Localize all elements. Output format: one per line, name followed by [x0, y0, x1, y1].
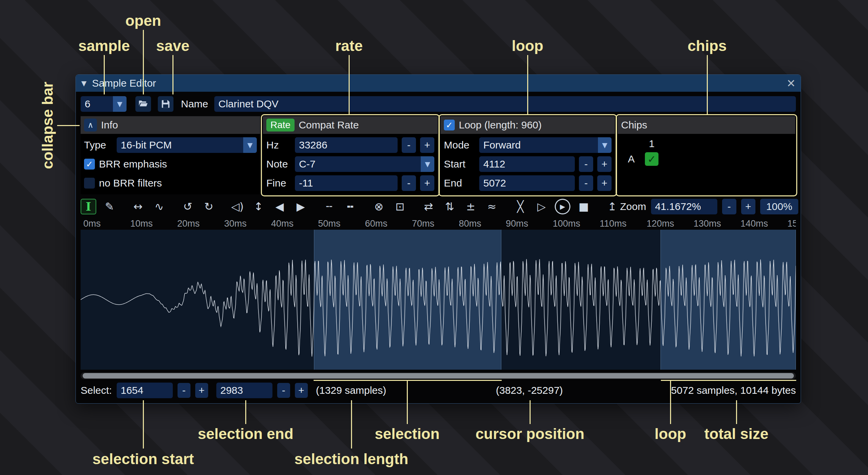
loop-end-minus-button[interactable]: - — [579, 175, 593, 191]
open-button[interactable] — [135, 96, 151, 112]
zoom-reset-button[interactable]: 100% — [760, 199, 799, 214]
trim-button[interactable]: ⊡ — [392, 199, 408, 214]
fine-label: Fine — [266, 177, 291, 189]
note-label: Note — [266, 158, 291, 170]
crossfade-button[interactable]: ╳ — [513, 199, 528, 214]
time-ruler: 0ms10ms20ms30ms40ms50ms60ms70ms80ms90ms1… — [81, 217, 796, 230]
chevron-down-icon[interactable]: ▼ — [113, 96, 127, 112]
chevron-down-icon[interactable]: ▼ — [421, 156, 434, 172]
waveform-scrollbar[interactable] — [81, 372, 796, 379]
checkbox-row[interactable]: BRR emphasis — [84, 156, 257, 173]
rate-tag: Rate — [266, 119, 295, 131]
sample-type-selector[interactable]: 16-bit PCM ▼ — [117, 137, 257, 153]
zoom-in-button[interactable]: + — [741, 199, 755, 214]
fine-input[interactable] — [295, 175, 398, 191]
sample-selector[interactable]: 6 ▼ — [81, 96, 127, 112]
window-titlebar[interactable]: ▼ Sample Editor × — [76, 75, 801, 92]
hz-minus-button[interactable]: - — [402, 137, 416, 153]
sample-header-row: 6 ▼ Name — [81, 96, 796, 112]
fine-plus-button[interactable]: + — [420, 175, 434, 191]
selection-start-minus-button[interactable]: - — [178, 383, 190, 398]
fade-in-button[interactable]: ◀ — [272, 199, 287, 214]
selection-start-input[interactable] — [117, 383, 173, 398]
loop-start-plus-button[interactable]: + — [597, 156, 612, 172]
toolbar: I ✎ ↔ ∿ ↺ ↻ ◁) ↕ ◀ ▶ — [81, 198, 796, 215]
normalize-button[interactable]: ↕ — [251, 199, 266, 214]
chips-panel: Chips 1 A — [618, 116, 795, 194]
annotation-line-cursor-position — [530, 400, 531, 424]
draw-mode-button[interactable]: ✎ — [102, 199, 117, 214]
signed-unsigned-button[interactable]: ± — [463, 199, 479, 214]
checkbox-row[interactable]: no BRR filters — [84, 175, 257, 192]
invert-button[interactable]: ⇅ — [442, 199, 457, 214]
insert-silence-button[interactable]: ╌ — [321, 199, 337, 214]
filter-button[interactable]: ≈ — [484, 199, 500, 214]
undo-button[interactable]: ↺ — [180, 199, 196, 214]
annotation-selection-start: selection start — [93, 451, 194, 468]
chips-panel-header: Chips — [618, 116, 795, 134]
delete-button[interactable]: ⊗ — [371, 199, 387, 214]
selection-end-input[interactable] — [216, 383, 272, 398]
annotation-line-chips — [707, 55, 708, 115]
loop-mode-value: Forward — [479, 139, 521, 151]
loop-end-plus-button[interactable]: + — [597, 175, 612, 191]
loop-enable-checkbox[interactable] — [444, 120, 455, 130]
waveform-display[interactable] — [81, 230, 796, 370]
collapse-bar-button[interactable]: ∧ — [84, 119, 97, 131]
chevron-down-icon[interactable]: ▼ — [243, 137, 257, 153]
ruler-label: 0ms — [81, 218, 128, 229]
annotation-save: save — [156, 37, 189, 54]
redo-button[interactable]: ↻ — [201, 199, 217, 214]
select-mode-button[interactable]: I — [81, 199, 96, 214]
resize-button[interactable]: ↔ — [130, 199, 146, 214]
selection-end-plus-button[interactable]: + — [295, 383, 308, 398]
annotation-line-selection-start — [143, 400, 144, 448]
ruler-label: 10ms — [128, 218, 174, 229]
amplify-button[interactable]: ◁) — [230, 199, 245, 214]
selection-end-minus-button[interactable]: - — [277, 383, 290, 398]
preview-button[interactable]: ▷ — [534, 199, 549, 214]
sample-name-input[interactable] — [214, 96, 796, 112]
reverse-button[interactable]: ⇄ — [421, 199, 436, 214]
import-button[interactable]: ↥ — [604, 199, 620, 214]
zoom-out-button[interactable]: - — [722, 199, 736, 214]
fade-out-button[interactable]: ▶ — [293, 199, 308, 214]
annotation-bracket-loop — [661, 380, 796, 381]
status-bar: Select: - + - + (1329 samples) (3823, -2… — [81, 383, 796, 398]
chevron-down-icon[interactable]: ▼ — [598, 137, 612, 153]
no-brr-filters-checkbox[interactable] — [84, 178, 95, 189]
annotation-line-selection — [407, 380, 408, 424]
apply-silence-button[interactable]: ╍ — [343, 199, 358, 214]
annotation-line-collapse-bar — [57, 125, 80, 126]
loop-end-input[interactable] — [479, 175, 575, 191]
brr-emphasis-checkbox[interactable] — [84, 159, 95, 170]
scrollbar-thumb[interactable] — [83, 373, 794, 379]
resample-button[interactable]: ∿ — [151, 199, 167, 214]
hz-input[interactable] — [295, 137, 398, 153]
save-button[interactable] — [158, 96, 173, 112]
hz-plus-button[interactable]: + — [420, 137, 434, 153]
loop-start-minus-button[interactable]: - — [579, 156, 593, 172]
note-selector[interactable]: C-7 ▼ — [295, 156, 434, 172]
chip-a-checkbox[interactable] — [645, 152, 658, 166]
selection-start-plus-button[interactable]: + — [195, 383, 208, 398]
annotation-selection-length: selection length — [295, 451, 408, 468]
ruler-label: 140ms — [738, 218, 785, 229]
chip-column-header: 1 — [649, 138, 655, 149]
window-collapse-icon[interactable]: ▼ — [81, 79, 86, 87]
hz-label: Hz — [266, 139, 291, 151]
stop-button[interactable]: ■ — [576, 199, 591, 214]
fine-minus-button[interactable]: - — [402, 175, 416, 191]
loop-end-label: End — [444, 177, 475, 189]
chips-panel-title: Chips — [621, 119, 647, 131]
close-icon[interactable]: × — [787, 76, 795, 90]
info-panel: ∧ Info Type 16-bit PCM ▼ — [81, 116, 260, 194]
play-button[interactable]: ▶ — [555, 199, 570, 214]
zoom-input[interactable] — [651, 199, 717, 214]
rate-panel-header: Rate Compat Rate — [263, 116, 438, 134]
loop-start-input[interactable] — [479, 156, 575, 172]
annotation-rate: rate — [335, 37, 363, 54]
annotation-total-size: total size — [704, 425, 768, 442]
annotation-loop-top: loop — [512, 37, 544, 54]
loop-mode-selector[interactable]: Forward ▼ — [479, 137, 612, 153]
